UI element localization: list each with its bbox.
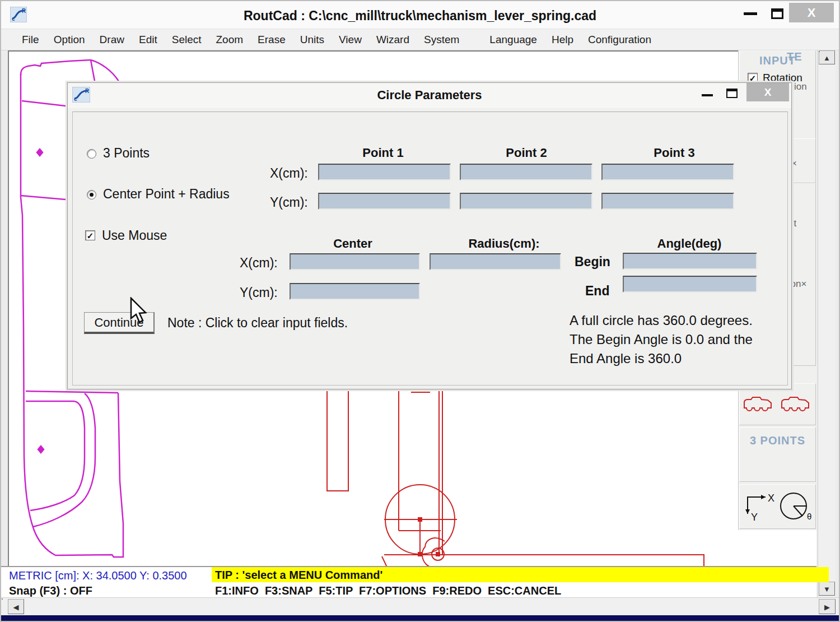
radio-center-point-radius-label: Center Point + Radius [103,187,230,202]
angle-circle-icon[interactable]: θ [777,489,815,524]
horizontal-scrollbar[interactable]: ◀ ▶ [1,597,840,615]
menu-help[interactable]: Help [544,34,581,46]
center-y-input[interactable] [290,283,420,300]
center-header: Center [286,236,420,251]
menu-zoom[interactable]: Zoom [209,34,251,46]
coordinate-readout: METRIC [cm]: X: 34.0500 Y: 0.3500 [9,569,187,582]
horizontal-scroll-thumb[interactable] [1,598,2,599]
circle-parameters-dialog: c R Circle Parameters X 3 Points Center … [67,82,792,389]
scroll-up-arrow[interactable]: ▲ [819,50,835,64]
menu-select[interactable]: Select [165,34,209,46]
info-text-line2: The Begin Angle is 0.0 and the [570,332,753,347]
app-window: c R RoutCad : C:\cnc_mill\truck\mechanis… [0,0,840,622]
dialog-titlebar: c R Circle Parameters X [68,83,791,108]
begin-label: Begin [575,254,610,270]
tip-banner: TIP : 'select a MENU Command' [212,567,829,582]
end-angle-input[interactable] [623,276,757,293]
hidden-label-fragment: ion [794,81,807,92]
dialog-close-button[interactable]: X [746,83,789,101]
radio-center-point-radius[interactable] [87,190,96,199]
theta-label: θ [807,512,811,521]
menu-view[interactable]: View [332,34,369,46]
status-bar: METRIC [cm]: X: 34.0500 Y: 0.3500 Snap (… [1,566,816,597]
y2-row-label: Y(cm): [240,285,278,300]
three-points-label: 3 POINTS [740,434,815,447]
menu-file[interactable]: File [15,34,46,46]
three-points-button[interactable]: 3 POINTS [739,427,816,482]
dialog-maximize-button[interactable] [726,89,738,98]
point2-y-input[interactable] [460,193,592,210]
truck-icon[interactable] [743,396,775,414]
scroll-right-arrow[interactable]: ▶ [819,599,836,614]
use-mouse-label: Use Mouse [102,228,167,243]
menu-wizard[interactable]: Wizard [369,34,417,46]
end-label: End [585,284,609,299]
radio-3-points[interactable] [87,149,96,159]
mechanism-drawing [327,391,704,567]
point1-header: Point 1 [316,146,450,160]
window-bottom-border [1,615,840,622]
center-x-input[interactable] [290,253,420,270]
xy-axis-icon[interactable]: X Y [740,489,777,524]
menu-draw[interactable]: Draw [92,34,132,46]
minimize-button[interactable] [744,12,757,15]
scroll-left-arrow[interactable]: ◀ [8,599,24,614]
menu-language[interactable]: Language [482,34,544,46]
x-row-label: X(cm): [270,166,308,181]
menu-units[interactable]: Units [293,34,332,46]
point2-header: Point 2 [459,146,594,160]
point2-x-input[interactable] [460,164,592,180]
window-title: RoutCad : C:\cnc_mill\truck\mechanism_le… [1,8,839,24]
point1-x-input[interactable] [318,164,451,180]
hidden-label-fragment: × [791,158,797,169]
dialog-body: 3 Points Center Point + Radius Point 1 P… [72,112,788,386]
y-row-label: Y(cm): [270,195,308,210]
dialog-minimize-button[interactable] [702,94,713,96]
point3-y-input[interactable] [601,193,734,210]
x2-row-label: X(cm): [240,256,278,271]
maximize-button[interactable] [771,8,783,19]
input-section-title: INPUT [740,54,815,67]
mouse-cursor [129,297,148,324]
truck-buttons-section [739,383,816,425]
begin-angle-input[interactable] [623,253,757,270]
truck-icon[interactable] [780,396,813,414]
rotation-checkbox[interactable] [748,73,758,83]
menu-edit[interactable]: Edit [132,34,165,46]
use-mouse-checkbox[interactable] [85,230,95,240]
axis-y-label: Y [751,512,758,523]
point1-y-input[interactable] [318,193,451,210]
info-text-line1: A full circle has 360.0 degrees. [570,313,753,328]
axis-x-label: X [768,493,774,504]
tip-text: TIP : 'select a MENU Command' [215,569,382,582]
vertical-scroll-thumb[interactable] [818,50,819,52]
snap-status: Snap (F3) : OFF [9,584,92,597]
radius-header: Radius(cm): [437,236,571,251]
menu-erase[interactable]: Erase [250,34,293,46]
info-text-line3: End Angle is 360.0 [570,351,682,366]
axis-section: X Y θ [739,484,816,529]
menu-option[interactable]: Option [46,34,92,46]
menu-system[interactable]: System [417,34,466,46]
function-key-help: F1:INFO F3:SNAP F5:TIP F7:OPTIONS F9:RED… [215,584,561,597]
note-text: Note : Click to clear input fields. [167,315,348,331]
point3-x-input[interactable] [601,164,734,180]
point3-header: Point 3 [607,146,741,160]
vertical-scrollbar[interactable]: ▲ ▼ [818,50,836,597]
angle-header: Angle(deg) [622,236,757,251]
close-button[interactable]: X [789,3,834,22]
titlebar: c R RoutCad : C:\cnc_mill\truck\mechanis… [1,1,839,29]
radio-3-points-label: 3 Points [103,146,150,161]
scroll-down-arrow[interactable]: ▼ [819,582,835,596]
radius-input[interactable] [430,253,561,270]
dialog-title: Circle Parameters [68,88,791,103]
menu-bar: File Option Draw Edit Select Zoom Erase … [1,29,839,50]
menu-configuration[interactable]: Configuration [581,34,659,46]
